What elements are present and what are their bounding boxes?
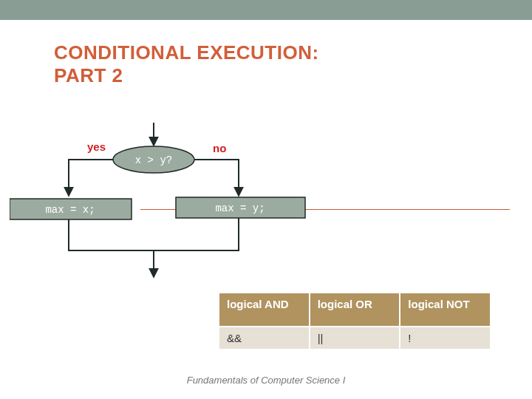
decision-text: x > y? [135,154,172,166]
footer-text: Fundamentals of Computer Science I [0,375,532,386]
flowchart: x > y? yes no max = x; max = y; [10,121,320,287]
no-label: no [213,142,226,154]
table-row: && || ! [219,327,491,349]
slide-title: CONDITIONAL EXECUTION: PART 2 [54,41,319,87]
cell-or: || [310,327,400,349]
header-bar [0,0,532,20]
header-not: logical NOT [400,293,491,327]
right-action-text: max = y; [215,202,265,214]
left-action-text: max = x; [45,204,95,216]
cell-not: ! [400,327,491,349]
cell-and: && [219,327,310,349]
operator-table: logical AND logical OR logical NOT && ||… [218,292,491,350]
table-header-row: logical AND logical OR logical NOT [219,293,491,327]
title-line-2: PART 2 [54,64,319,87]
header-and: logical AND [219,293,310,327]
yes-label: yes [87,140,106,153]
header-or: logical OR [310,293,400,327]
title-line-1: CONDITIONAL EXECUTION: [54,41,319,64]
